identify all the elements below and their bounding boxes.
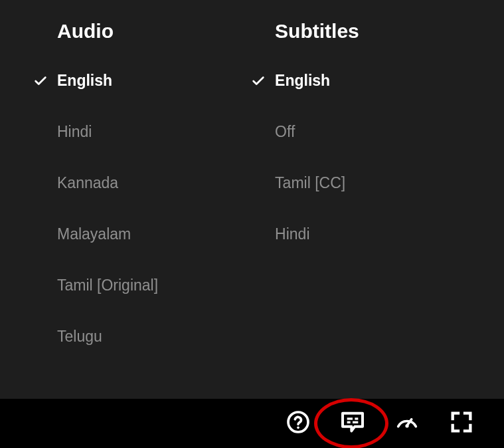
subtitles-title: Subtitles [275,20,359,43]
subtitles-option-tamil-cc[interactable]: Tamil [CC] [251,174,359,192]
option-label: Hindi [275,225,309,243]
subtitles-option-hindi[interactable]: Hindi [251,225,359,243]
audio-option-kannada[interactable]: Kannada [33,174,158,192]
help-icon [285,409,311,438]
audio-column: Audio English Hindi Kannada Malayalam Ta… [33,20,158,379]
fullscreen-button[interactable] [446,407,477,439]
help-button[interactable] [282,407,314,439]
option-label: English [275,72,330,90]
audio-option-telugu[interactable]: Telugu [33,328,158,346]
subtitles-button[interactable] [337,407,369,439]
subtitles-column: Subtitles English Off Tamil [CC] Hindi [251,20,359,379]
speed-icon [394,409,420,438]
option-label: Telugu [57,328,102,346]
audio-title: Audio [57,20,158,43]
option-label: Kannada [57,174,118,192]
option-label: Off [275,123,295,141]
option-label: Tamil [Original] [57,277,158,294]
playback-speed-button[interactable] [391,407,423,439]
player-toolbar [0,399,504,448]
fullscreen-icon [448,409,475,438]
option-label: Hindi [57,123,92,141]
subtitles-option-off[interactable]: Off [251,123,359,141]
subtitles-option-english[interactable]: English [251,72,359,90]
audio-option-hindi[interactable]: Hindi [33,123,158,141]
subtitles-icon [339,409,366,438]
audio-option-english[interactable]: English [33,72,158,90]
check-icon [33,74,57,88]
audio-option-malayalam[interactable]: Malayalam [33,225,158,243]
option-label: Tamil [CC] [275,174,345,192]
audio-option-tamil-original[interactable]: Tamil [Original] [33,277,158,294]
check-icon [251,74,275,88]
audio-subtitles-panel: Audio English Hindi Kannada Malayalam Ta… [0,0,504,399]
svg-point-1 [297,427,299,429]
option-label: Malayalam [57,225,131,243]
option-label: English [57,72,112,90]
